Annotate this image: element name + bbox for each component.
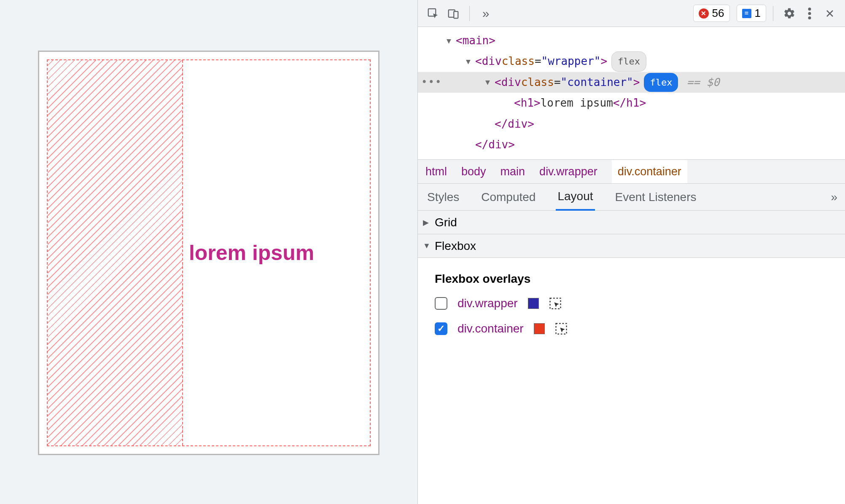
console-ref: == $0 <box>686 72 719 93</box>
dom-attr-value: "container" <box>561 72 633 93</box>
dom-tag-close: </div> <box>495 114 534 134</box>
selected-dots-icon: ••• <box>421 73 442 92</box>
tab-computed[interactable]: Computed <box>479 185 537 210</box>
overlay-label[interactable]: div.container <box>457 322 524 335</box>
svg-point-5 <box>808 16 811 19</box>
dom-tag-close: </h1> <box>613 93 646 113</box>
dom-text: lorem ipsum <box>541 93 613 113</box>
page-heading: lorem ipsum <box>189 241 314 265</box>
overlay-pattern-icon[interactable] <box>549 297 562 310</box>
color-swatch[interactable] <box>528 298 539 309</box>
breadcrumb-item[interactable]: main <box>501 165 525 178</box>
elements-dom-tree[interactable]: ▼ <main> ▼ <div class="wrapper"> flex ••… <box>418 27 845 159</box>
toolbar-divider <box>773 6 773 21</box>
dom-node-wrapper[interactable]: ▼ <div class="wrapper"> flex <box>418 51 845 72</box>
dom-node-close[interactable]: </div> <box>418 134 845 155</box>
overlay-row-wrapper: div.wrapper <box>435 297 828 310</box>
breadcrumb-item[interactable]: html <box>425 165 447 178</box>
expand-arrow-icon[interactable]: ▼ <box>447 34 456 48</box>
overlay-checkbox[interactable] <box>435 297 447 310</box>
section-grid[interactable]: ▶ Grid <box>418 211 845 234</box>
sidebar-subtabs: Styles Computed Layout Event Listeners » <box>418 184 845 211</box>
dom-node-close[interactable]: </div> <box>418 114 845 134</box>
dom-tag-close: </div> <box>475 134 515 155</box>
flex-item-content: lorem ipsum <box>183 60 370 445</box>
expand-arrow-icon: ▼ <box>423 241 431 250</box>
dom-node-h1[interactable]: <h1>lorem ipsum</h1> <box>418 93 845 113</box>
dom-tag-close: > <box>600 51 607 72</box>
dom-tag-close: > <box>633 72 640 93</box>
svg-rect-2 <box>454 11 458 18</box>
error-icon <box>699 8 709 19</box>
section-title: Grid <box>435 216 457 229</box>
more-tabs-icon[interactable]: » <box>476 4 495 23</box>
breadcrumb-item[interactable]: body <box>461 165 486 178</box>
inspect-element-icon[interactable] <box>424 4 442 23</box>
overlay-checkbox-checked[interactable] <box>435 322 447 335</box>
issues-count: 1 <box>755 7 761 20</box>
color-swatch[interactable] <box>534 323 545 334</box>
svg-point-3 <box>808 8 811 11</box>
errors-badge[interactable]: 56 <box>693 5 730 22</box>
dom-tag-open: <h1> <box>514 93 541 113</box>
toolbar-divider <box>469 6 470 21</box>
page-box: lorem ipsum <box>38 51 379 455</box>
dom-attr-name: class <box>502 51 535 72</box>
flexbox-overlays-panel: Flexbox overlays div.wrapper div.contain… <box>418 258 845 362</box>
overlay-row-container: div.container <box>435 322 828 335</box>
dom-tag-open: <div <box>495 72 521 93</box>
dom-tag: <main> <box>456 30 495 51</box>
section-title: Flexbox <box>435 239 476 253</box>
errors-count: 56 <box>712 7 724 20</box>
more-tabs-icon[interactable]: » <box>831 190 837 204</box>
overlay-label[interactable]: div.wrapper <box>457 297 518 310</box>
page-viewport: lorem ipsum <box>0 0 417 504</box>
collapse-arrow-icon: ▶ <box>423 218 431 227</box>
dom-tag-open: <div <box>475 51 502 72</box>
devtools-panel: » 56 1 ▼ <mai <box>417 0 845 504</box>
dom-attr-name: class <box>521 72 554 93</box>
flexbox-overlay: lorem ipsum <box>47 59 371 446</box>
flex-badge[interactable]: flex <box>611 51 646 72</box>
close-icon[interactable] <box>821 4 839 23</box>
overlays-heading: Flexbox overlays <box>435 272 828 286</box>
dom-node-main[interactable]: ▼ <main> <box>418 30 845 51</box>
tab-event-listeners[interactable]: Event Listeners <box>614 185 698 210</box>
expand-arrow-icon[interactable]: ▼ <box>466 54 475 69</box>
settings-icon[interactable] <box>780 4 799 23</box>
dom-node-container[interactable]: ••• ▼ <div class="container"> flex == $0 <box>418 72 845 93</box>
section-flexbox[interactable]: ▼ Flexbox <box>418 234 845 258</box>
breadcrumb-item-active[interactable]: div.container <box>612 160 687 183</box>
breadcrumb-item[interactable]: div.wrapper <box>539 165 597 178</box>
issue-icon <box>742 9 751 18</box>
device-toggle-icon[interactable] <box>444 4 463 23</box>
dom-attr-value: "wrapper" <box>541 51 601 72</box>
devtools-toolbar: » 56 1 <box>418 0 845 27</box>
dom-breadcrumb: html body main div.wrapper div.container <box>418 159 845 184</box>
issues-badge[interactable]: 1 <box>737 5 766 22</box>
tab-styles[interactable]: Styles <box>425 185 461 210</box>
flex-badge-active[interactable]: flex <box>644 73 678 92</box>
expand-arrow-icon[interactable]: ▼ <box>485 75 495 89</box>
tab-layout[interactable]: Layout <box>556 184 595 211</box>
kebab-menu-icon[interactable] <box>800 4 819 23</box>
svg-point-4 <box>808 12 811 15</box>
overlay-pattern-icon[interactable] <box>555 322 568 335</box>
flex-item-hatched <box>48 60 183 445</box>
